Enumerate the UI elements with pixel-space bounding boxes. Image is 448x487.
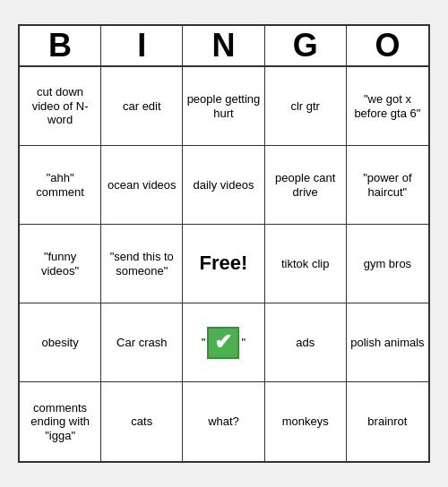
cell-text: "ahh" comment	[23, 171, 97, 199]
bingo-cell-r0c0: cut down video of N-word	[20, 67, 101, 146]
cell-text: polish animals	[350, 336, 424, 350]
bingo-cell-r0c3: clr gtr	[265, 67, 347, 146]
check-quote-left: "	[202, 336, 206, 350]
bingo-cell-r3c2: "✔"	[183, 303, 264, 382]
cell-text: people getting hurt	[186, 92, 260, 120]
bingo-cell-r2c0: "funny videos"	[20, 225, 101, 303]
bingo-cell-r1c3: people cant drive	[265, 146, 347, 225]
cell-text: gym bros	[364, 257, 411, 271]
cell-text: ocean videos	[108, 178, 177, 192]
cell-text: car edit	[123, 99, 161, 114]
bingo-cell-r3c4: polish animals	[347, 303, 428, 382]
bingo-header-letter: N	[183, 26, 264, 65]
cell-text: "we got x before gta 6"	[350, 92, 425, 120]
bingo-cell-r3c1: Car crash	[101, 303, 183, 382]
bingo-card: BINGO cut down video of N-wordcar editpe…	[18, 24, 430, 463]
bingo-cell-r4c3: monkeys	[265, 382, 347, 461]
cell-text: people cant drive	[269, 171, 342, 199]
cell-text: obesity	[41, 336, 78, 350]
bingo-cell-r4c1: cats	[101, 382, 183, 461]
bingo-cell-r2c4: gym bros	[347, 225, 428, 303]
check-cell-wrapper: "✔"	[202, 327, 246, 359]
cell-text: ads	[296, 336, 314, 350]
bingo-cell-r1c0: "ahh" comment	[20, 146, 101, 225]
bingo-cell-r2c3: tiktok clip	[265, 225, 347, 303]
check-quote-right: "	[241, 336, 246, 350]
cell-text: comments ending with "igga"	[23, 401, 97, 443]
bingo-cell-r4c0: comments ending with "igga"	[20, 382, 101, 461]
bingo-cell-r2c1: "send this to someone"	[101, 225, 183, 303]
cell-text: "power of haircut"	[350, 171, 425, 199]
bingo-header-letter: I	[101, 26, 183, 65]
cell-text: clr gtr	[290, 99, 320, 114]
cell-text: Car crash	[116, 336, 167, 350]
bingo-cell-r1c1: ocean videos	[101, 146, 183, 225]
cell-text: tiktok clip	[281, 257, 329, 271]
bingo-header: BINGO	[20, 26, 428, 67]
cell-text: cats	[131, 414, 152, 429]
cell-text: monkeys	[282, 414, 329, 429]
bingo-header-letter: G	[265, 26, 347, 65]
cell-text: "funny videos"	[23, 250, 97, 278]
cell-text: "send this to someone"	[105, 250, 178, 278]
cell-text: daily videos	[194, 178, 254, 192]
bingo-cell-r1c2: daily videos	[183, 146, 264, 225]
cell-text: brainrot	[367, 414, 407, 429]
cell-text: Free!	[200, 252, 248, 275]
bingo-cell-r3c0: obesity	[20, 303, 101, 382]
checkmark-icon: ✔	[207, 327, 239, 359]
bingo-cell-r3c3: ads	[265, 303, 347, 382]
bingo-cell-r4c2: what?	[183, 382, 264, 461]
bingo-cell-r4c4: brainrot	[347, 382, 428, 461]
bingo-cell-r0c4: "we got x before gta 6"	[347, 67, 428, 146]
cell-text: what?	[208, 414, 239, 429]
bingo-cell-r1c4: "power of haircut"	[347, 146, 428, 225]
cell-text: cut down video of N-word	[23, 85, 97, 127]
bingo-cell-r0c2: people getting hurt	[183, 67, 264, 146]
bingo-cell-r2c2: Free!	[183, 225, 264, 303]
check-row: "✔"	[202, 327, 246, 359]
bingo-header-letter: O	[347, 26, 428, 65]
bingo-cell-r0c1: car edit	[101, 67, 183, 146]
bingo-header-letter: B	[20, 26, 101, 65]
bingo-grid: cut down video of N-wordcar editpeople g…	[20, 67, 428, 461]
